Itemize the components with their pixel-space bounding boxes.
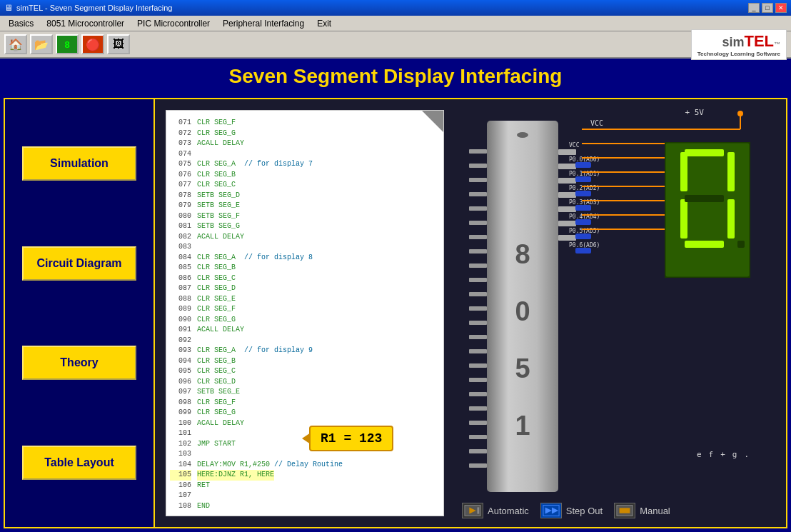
code-line-080: 080SETB SEG_F bbox=[170, 211, 440, 222]
code-line-078: 078SETB SEG_D bbox=[170, 191, 440, 201]
step-out-button[interactable]: Step Out bbox=[540, 503, 603, 518]
code-line-075: 075CLR SEG_A // for display 7 bbox=[170, 159, 440, 170]
svg-rect-72 bbox=[680, 152, 687, 191]
svg-rect-25 bbox=[469, 206, 487, 211]
minimize-button[interactable]: _ bbox=[748, 3, 760, 13]
svg-rect-49 bbox=[575, 234, 591, 239]
code-line-089: 089CLR SEG_F bbox=[170, 304, 440, 315]
code-line-099: 099CLR SEG_G bbox=[170, 408, 440, 418]
seg-label-g: g bbox=[732, 450, 737, 459]
open-button[interactable]: 📂 bbox=[30, 34, 53, 54]
circuit-diagram-button[interactable]: Circuit Diagram bbox=[22, 246, 136, 281]
svg-text:P0.2(AD2): P0.2(AD2) bbox=[569, 185, 600, 191]
code-line-095: 095CLR SEG_C bbox=[170, 366, 440, 377]
menu-pic[interactable]: PIC Microcontroller bbox=[131, 17, 216, 30]
code-line-108: 108END bbox=[170, 501, 440, 512]
svg-rect-50 bbox=[575, 248, 591, 254]
menu-peripheral[interactable]: Peripheral Interfacing bbox=[217, 17, 310, 30]
simulation-button[interactable]: Simulation bbox=[22, 146, 136, 181]
controls-area: Automatic Step Out bbox=[462, 503, 670, 518]
page-title: Seven Segment Display Interfacing bbox=[229, 65, 563, 88]
titlebar-controls: _ □ ✕ bbox=[748, 3, 787, 13]
logo-tagline: Technology Learning Software bbox=[697, 51, 780, 57]
manual-button[interactable]: Manual bbox=[614, 503, 670, 518]
code-content: 071CLR SEG_F 072CLR SEG_G 073ACALL DELAY… bbox=[166, 111, 443, 516]
code-line-103: 103 bbox=[170, 449, 440, 460]
step-out-icon bbox=[540, 503, 562, 518]
code-line-092: 092 bbox=[170, 336, 440, 346]
svg-rect-37 bbox=[469, 378, 487, 382]
code-line-085: 085CLR SEG_B bbox=[170, 263, 440, 273]
svg-text:P0.0(AD0): P0.0(AD0) bbox=[569, 156, 600, 163]
code-line-083: 083 bbox=[170, 242, 440, 253]
svg-rect-26 bbox=[469, 221, 487, 225]
svg-text:5: 5 bbox=[515, 353, 530, 383]
svg-rect-70 bbox=[685, 241, 724, 248]
menu-8051[interactable]: 8051 Microcontroller bbox=[41, 17, 130, 30]
code-line-086: 086CLR SEG_C bbox=[170, 273, 440, 284]
automatic-icon bbox=[462, 503, 483, 518]
settings-button[interactable]: 🖼 bbox=[107, 34, 130, 54]
titlebar-title: simTEL - Seven Segment Display Interfaci… bbox=[16, 4, 172, 12]
svg-rect-82 bbox=[620, 508, 630, 513]
svg-rect-41 bbox=[469, 435, 487, 439]
home-button[interactable]: 🏠 bbox=[4, 34, 27, 54]
svg-rect-47 bbox=[575, 205, 591, 211]
left-panel: Simulation Circuit Diagram Theory Table … bbox=[5, 99, 155, 527]
svg-rect-7 bbox=[558, 178, 576, 184]
menu-basics[interactable]: Basics bbox=[3, 17, 39, 30]
restore-button[interactable]: □ bbox=[762, 3, 773, 13]
svg-point-60 bbox=[737, 111, 743, 116]
seg-label-e: e bbox=[697, 450, 702, 459]
svg-rect-36 bbox=[469, 363, 487, 368]
code-line-104: 104DELAY:MOV R1,#250 // Delay Routine bbox=[170, 460, 440, 471]
svg-rect-74 bbox=[737, 241, 745, 248]
seg-button[interactable]: 8 bbox=[56, 34, 79, 54]
close-button[interactable]: ✕ bbox=[775, 3, 787, 13]
seg-label-dot: . bbox=[744, 450, 749, 459]
svg-rect-77 bbox=[477, 507, 479, 513]
simulation-area: 071CLR SEG_F 072CLR SEG_G 073ACALL DELAY… bbox=[155, 99, 786, 527]
code-line-091: 091ACALL DELAY bbox=[170, 325, 440, 336]
info-button[interactable]: 🔴 bbox=[81, 34, 104, 54]
svg-rect-21 bbox=[469, 149, 487, 154]
svg-rect-34 bbox=[469, 335, 487, 339]
svg-rect-33 bbox=[469, 321, 487, 325]
svg-rect-10 bbox=[558, 221, 576, 226]
menubar: Basics 8051 Microcontroller PIC Microcon… bbox=[0, 16, 791, 31]
svg-rect-46 bbox=[575, 191, 591, 196]
titlebar-left: 🖥 simTEL - Seven Segment Display Interfa… bbox=[4, 3, 172, 13]
svg-rect-73 bbox=[685, 195, 724, 202]
code-line-097: 097SETB SEG_E bbox=[170, 387, 440, 398]
svg-text:0: 0 bbox=[515, 296, 530, 326]
chip-svg: 8 0 5 1 VCC P0.0(AD0) P0.1(AD1) P0.2(AD2… bbox=[465, 121, 608, 499]
svg-rect-35 bbox=[469, 349, 487, 353]
table-layout-button[interactable]: Table Layout bbox=[22, 446, 136, 480]
menu-exit[interactable]: Exit bbox=[311, 17, 337, 30]
svg-rect-71 bbox=[680, 199, 687, 239]
svg-text:P0.6(AD6): P0.6(AD6) bbox=[569, 242, 600, 249]
theory-button[interactable]: Theory bbox=[22, 346, 136, 380]
code-line-077: 077CLR SEG_C bbox=[170, 180, 440, 191]
svg-rect-32 bbox=[469, 306, 487, 311]
r1-callout: R1 = 123 bbox=[309, 426, 393, 451]
svg-rect-8 bbox=[558, 192, 576, 198]
svg-text:1: 1 bbox=[515, 411, 530, 441]
logo-sim: s bbox=[722, 35, 729, 50]
code-line-071: 071CLR SEG_F bbox=[170, 118, 440, 129]
svg-text:8: 8 bbox=[515, 239, 530, 269]
automatic-button[interactable]: Automatic bbox=[462, 503, 529, 518]
page-title-bar: Seven Segment Display Interfacing bbox=[0, 59, 791, 94]
svg-rect-24 bbox=[469, 192, 487, 196]
code-line-106: 106RET bbox=[170, 481, 440, 491]
seg-label-plus-bot: + bbox=[720, 450, 725, 459]
svg-rect-42 bbox=[469, 449, 487, 453]
step-out-label: Step Out bbox=[566, 506, 603, 516]
code-line-098: 098CLR SEG_F bbox=[170, 398, 440, 408]
svg-rect-30 bbox=[469, 278, 487, 282]
svg-rect-43 bbox=[469, 463, 487, 468]
svg-rect-9 bbox=[558, 206, 576, 212]
svg-rect-69 bbox=[727, 199, 735, 239]
circuit-area: VCC + 5V d c + b a e f + g . bbox=[455, 99, 786, 527]
code-line-090: 090CLR SEG_G bbox=[170, 315, 440, 326]
